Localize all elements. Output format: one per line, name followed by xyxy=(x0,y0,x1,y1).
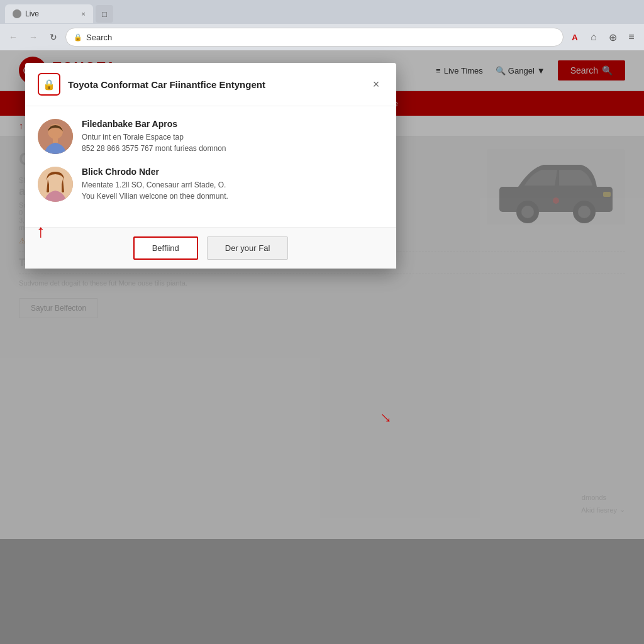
contact-info-1: Filedanbake Bar Apros Ontur int en Toral… xyxy=(82,119,226,154)
menu-icon: ≡ xyxy=(628,31,634,43)
tab-favicon xyxy=(13,9,21,18)
contact-avatar-svg-1 xyxy=(38,119,73,154)
beffiind-button[interactable]: Beffiind xyxy=(133,236,198,260)
browser-toolbar: ← → ↻ 🔒 Search A ⌂ ⊕ ≡ xyxy=(0,24,644,50)
contact-avatar-svg-2 xyxy=(38,167,73,202)
new-tab-icon: □ xyxy=(102,9,107,19)
browser-tab[interactable]: Live × xyxy=(5,4,93,23)
extension-icon: A xyxy=(572,33,577,42)
menu-btn[interactable]: ≡ xyxy=(624,30,639,45)
red-arrow-top: ↑ xyxy=(36,221,45,242)
contact-avatar-1 xyxy=(38,119,73,154)
lock-modal-icon: 🔒 xyxy=(43,79,55,91)
modal-header: 🔒 Toyota Conformat Car Fiinantfice Entyn… xyxy=(25,63,396,106)
new-tab-btn[interactable]: □ xyxy=(96,5,113,23)
tab-close-btn[interactable]: × xyxy=(82,10,86,18)
modal-icon: 🔒 xyxy=(38,73,60,96)
contact-name-1: Filedanbake Bar Apros xyxy=(82,119,226,129)
modal-close-btn[interactable]: × xyxy=(369,77,384,92)
extensions-btn[interactable]: ⊕ xyxy=(605,30,620,45)
address-text: Search xyxy=(86,33,112,42)
contact-detail-1b: 852 28 866 3575 767 mont furieas domnon xyxy=(82,143,226,154)
modal-footer: Beffiind Der your Fal xyxy=(25,227,396,269)
tab-bar: Live × □ xyxy=(0,0,644,24)
refresh-btn[interactable]: ↻ xyxy=(45,29,62,45)
modal-body: Filedanbake Bar Apros Ontur int en Toral… xyxy=(25,106,396,227)
modal-title: Toyota Conformat Car Fiinantfice Entynge… xyxy=(68,79,361,90)
svg-rect-13 xyxy=(53,138,58,143)
modal-dialog: 🔒 Toyota Conformat Car Fiinantfice Entyn… xyxy=(25,63,396,269)
contact-item-1: Filedanbake Bar Apros Ontur int en Toral… xyxy=(38,119,384,154)
tab-label: Live xyxy=(25,9,39,18)
contact-detail-1a: Ontur int en Torale Espace tap xyxy=(82,131,226,143)
home-btn[interactable]: ⌂ xyxy=(586,30,601,45)
browser-menu-icons: A ⌂ ⊕ ≡ xyxy=(567,30,639,45)
contact-detail-2a: Meentate 1.2ll SO, Conesaur arrl Stade, … xyxy=(82,179,228,191)
back-btn[interactable]: ← xyxy=(5,29,21,45)
contact-name-2: Blick Chrodo Nder xyxy=(82,167,228,177)
der-your-fal-button[interactable]: Der your Fal xyxy=(207,236,289,260)
address-bar[interactable]: 🔒 Search xyxy=(65,28,564,47)
browser-chrome: Live × □ ← → ↻ 🔒 Search A ⌂ ⊕ ≡ xyxy=(0,0,644,50)
extension-icon-btn[interactable]: A xyxy=(567,30,582,45)
contact-item-2: Blick Chrodo Nder Meentate 1.2ll SO, Con… xyxy=(38,167,384,202)
extensions-icon: ⊕ xyxy=(609,31,617,43)
forward-btn[interactable]: → xyxy=(25,29,42,45)
contact-detail-2b: You Kevell Vilian welcone on thee donmun… xyxy=(82,191,228,202)
lock-icon: 🔒 xyxy=(74,33,82,42)
contact-info-2: Blick Chrodo Nder Meentate 1.2ll SO, Con… xyxy=(82,167,228,202)
contact-avatar-2 xyxy=(38,167,73,202)
svg-rect-16 xyxy=(53,186,58,191)
home-icon: ⌂ xyxy=(591,31,597,43)
